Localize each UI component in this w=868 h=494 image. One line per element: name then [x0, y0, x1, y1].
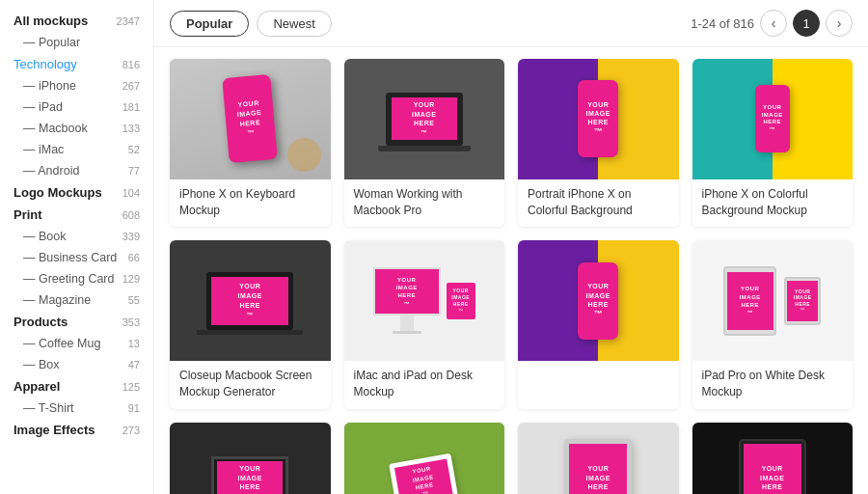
sidebar-badge: 2347 — [117, 15, 140, 27]
sidebar-label: — T-Shirt — [14, 401, 74, 415]
sidebar-label: — Macbook — [14, 122, 88, 135]
card-title: Woman Working with Macbook Pro — [344, 179, 505, 228]
sidebar-label: Image Effects — [14, 423, 95, 437]
card-image: YOURIMAGEHERE™ — [170, 59, 331, 179]
sidebar-item-image-effects[interactable]: Image Effects273 — [0, 419, 153, 441]
sidebar-label: Technology — [14, 57, 77, 71]
card-image: YOURIMAGEHERE™ — [170, 240, 331, 361]
sidebar-label: All mockups — [14, 14, 88, 28]
sidebar-label: — iPhone — [14, 79, 76, 93]
sidebar-item-print[interactable]: Print608 — [0, 204, 153, 226]
sidebar-label: — Android — [14, 164, 79, 178]
sidebar-item-technology[interactable]: Technology816 — [0, 53, 153, 75]
sidebar-item-coffee-mug[interactable]: — Coffee Mug13 — [0, 333, 153, 354]
sidebar-item-logo-mockups[interactable]: Logo Mockups104 — [0, 181, 153, 204]
toolbar: Popular Newest 1-24 of 816 ‹ 1 › — [154, 0, 868, 47]
card-title: iMac and iPad on Desk Mockup — [344, 361, 505, 409]
sidebar-badge: 353 — [122, 316, 140, 328]
pagination-text: 1-24 of 816 — [691, 16, 754, 31]
mockup-card[interactable]: YOURIMAGEHERE™ Portrait iPhone X on Colo… — [518, 59, 679, 227]
page-1-button[interactable]: 1 — [793, 10, 820, 37]
card-title: Portrait iPhone X on Colorful Background — [518, 179, 679, 228]
sidebar: All mockups2347— PopularTechnology816— i… — [0, 0, 154, 494]
sidebar-item-ipad[interactable]: — iPad181 — [0, 96, 153, 118]
filter-newest-button[interactable]: Newest — [257, 11, 331, 37]
sidebar-label: Products — [14, 315, 68, 329]
sidebar-badge: 77 — [128, 165, 140, 177]
sidebar-badge: 273 — [122, 425, 140, 436]
sidebar-label: Print — [14, 207, 42, 222]
sidebar-label: — Business Card — [14, 251, 117, 264]
sidebar-item-apparel[interactable]: Apparel125 — [0, 375, 153, 398]
pagination: 1-24 of 816 ‹ 1 › — [691, 10, 853, 37]
mockup-card[interactable]: YOURIMAGEHERE™ YOURIMAGEHERE™ iPad Pro o… — [692, 240, 854, 408]
main-content: Popular Newest 1-24 of 816 ‹ 1 › YOURIMA… — [154, 0, 868, 494]
sidebar-badge: 125 — [122, 381, 140, 393]
sidebar-label: — Magazine — [14, 293, 91, 307]
prev-page-button[interactable]: ‹ — [760, 10, 787, 37]
mockup-card[interactable]: YOURIMAGEHERE™ — [170, 423, 331, 494]
card-image: YOURIMAGEHERE™ — [692, 59, 854, 179]
sidebar-item-magazine[interactable]: — Magazine55 — [0, 289, 153, 311]
card-image: YOURIMAGEHERE™ — [692, 423, 854, 494]
sidebar-item-all-mockups[interactable]: All mockups2347 — [0, 10, 153, 32]
filter-buttons: Popular Newest — [170, 11, 332, 37]
sidebar-badge: 129 — [122, 273, 140, 285]
card-image: YOURIMAGEHERE™ — [518, 423, 679, 494]
sidebar-badge: 339 — [122, 231, 140, 242]
sidebar-badge: 608 — [122, 209, 140, 221]
sidebar-badge: 47 — [128, 359, 140, 370]
sidebar-item-products[interactable]: Products353 — [0, 311, 153, 333]
sidebar-label: — Greeting Card — [14, 272, 114, 286]
mockup-card[interactable]: YOURIMAGEHERE™ iPhone X on Keyboard Mock… — [170, 59, 331, 227]
sidebar-badge: 91 — [128, 402, 140, 414]
mockup-card[interactable]: YOURIMAGEHERE™ — [518, 240, 679, 408]
card-image: YOURIMAGEHERE™ YOURIMAGEHERE™ — [344, 240, 505, 361]
sidebar-item-macbook[interactable]: — Macbook133 — [0, 118, 153, 139]
sidebar-label: Apparel — [14, 379, 60, 394]
mockup-card[interactable]: YOURIMAGEHERE™ Woman Working with Macboo… — [344, 59, 505, 227]
card-image: YOURIMAGEHERE™ — [518, 59, 679, 179]
sidebar-item-greeting-card[interactable]: — Greeting Card129 — [0, 268, 153, 289]
grid-container: YOURIMAGEHERE™ iPhone X on Keyboard Mock… — [154, 47, 868, 494]
mockup-card[interactable]: YOURIMAGEHERE™ Man Using Surface Pro Tab… — [518, 423, 679, 494]
sidebar-item-android[interactable]: — Android77 — [0, 160, 153, 181]
mockup-card[interactable]: YOURIMAGEHERE™ YOURIMAGEHERE™ iMac and i… — [344, 240, 505, 408]
sidebar-label: — Coffee Mug — [14, 337, 100, 350]
sidebar-label: — Book — [14, 230, 66, 243]
mockup-card[interactable]: YOURIMAGEHERE™ Closeup Macbook Screen Mo… — [170, 240, 331, 408]
sidebar-label: — Box — [14, 358, 60, 371]
sidebar-item-business-card[interactable]: — Business Card66 — [0, 247, 153, 268]
sidebar-badge: 104 — [122, 187, 140, 199]
card-image: YOURIMAGEHERE™ — [518, 240, 679, 361]
sidebar-label: — iMac — [14, 143, 64, 156]
card-title: iPhone X on Colorful Background Mockup — [692, 179, 854, 228]
sidebar-badge: 267 — [122, 80, 140, 92]
next-page-button[interactable]: › — [826, 10, 853, 37]
card-image: YOURIMAGEHERE™ — [344, 423, 505, 494]
sidebar-label: — Popular — [14, 36, 80, 49]
sidebar-item-t-shirt[interactable]: — T-Shirt91 — [0, 398, 153, 419]
sidebar-badge: 181 — [122, 101, 140, 113]
filter-popular-button[interactable]: Popular — [170, 11, 249, 37]
card-image: YOURIMAGEHERE™ — [170, 423, 331, 494]
sidebar-badge: 55 — [128, 294, 140, 306]
mockup-card[interactable]: YOURIMAGEHERE™ — [344, 423, 505, 494]
sidebar-item-imac[interactable]: — iMac52 — [0, 139, 153, 160]
card-title: Closeup Macbook Screen Mockup Generator — [170, 361, 331, 409]
sidebar-label: — iPad — [14, 100, 63, 114]
sidebar-label: Logo Mockups — [14, 185, 102, 200]
mockup-grid: YOURIMAGEHERE™ iPhone X on Keyboard Mock… — [170, 59, 853, 494]
sidebar-item-iphone[interactable]: — iPhone267 — [0, 75, 153, 96]
card-title: iPad Pro on White Desk Mockup — [692, 361, 854, 409]
mockup-card[interactable]: YOURIMAGEHERE™ — [692, 423, 854, 494]
sidebar-item-popular[interactable]: — Popular — [0, 32, 153, 53]
sidebar-item-book[interactable]: — Book339 — [0, 226, 153, 247]
sidebar-badge: 66 — [128, 252, 140, 263]
mockup-card[interactable]: YOURIMAGEHERE™ iPhone X on Colorful Back… — [692, 59, 854, 227]
sidebar-badge: 133 — [122, 123, 140, 134]
card-title: iPhone X on Keyboard Mockup — [170, 179, 331, 228]
sidebar-item-box[interactable]: — Box47 — [0, 354, 153, 375]
sidebar-badge: 13 — [128, 338, 140, 349]
sidebar-badge: 816 — [122, 59, 140, 70]
